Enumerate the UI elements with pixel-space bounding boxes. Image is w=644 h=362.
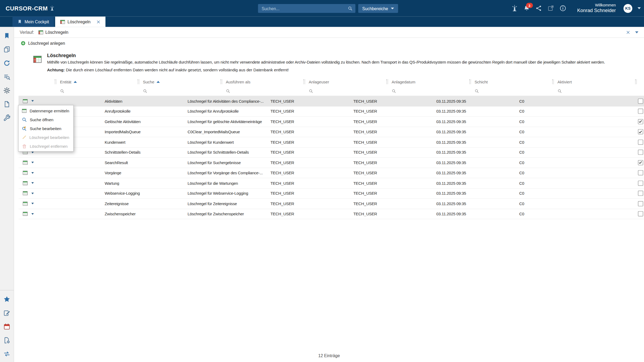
column-filter-4[interactable] (303, 89, 386, 93)
history-item-loeschregeln[interactable]: Löschregeln (38, 29, 68, 35)
activated-checkbox[interactable] (638, 129, 643, 135)
table-row[interactable]: ZwischenspeicherLöschregel für Zwischens… (19, 209, 644, 219)
table-row[interactable]: WartungLöschregel für die WartungenTECH_… (19, 178, 644, 189)
page-title: Löschregeln (47, 53, 636, 58)
search-icon[interactable] (348, 6, 353, 11)
topbar: CURSOR-CRM Suchbereiche 3 Willkommen (0, 0, 644, 17)
tab-loeschregeln[interactable]: Löschregeln (55, 17, 105, 27)
activated-checkbox[interactable] (638, 98, 643, 104)
column-filter-1[interactable] (55, 89, 138, 93)
column-header-1[interactable]: Entität (55, 79, 138, 84)
history-item-label: Löschregeln (45, 30, 68, 35)
document-gear-icon[interactable] (3, 336, 11, 344)
row-menu-caret-icon[interactable] (31, 203, 34, 204)
context-menu-item[interactable]: Datenmenge ermitteln (19, 106, 73, 115)
wrench-icon[interactable] (3, 114, 11, 122)
table-row[interactable]: VorgängeLöschregel für Vorgänge des Comp… (19, 168, 644, 178)
column-resize-handle[interactable] (138, 79, 139, 84)
tab-mein-cockpit[interactable]: Mein Cockpit (13, 17, 54, 27)
search-input[interactable] (261, 5, 348, 11)
chevron-down-icon (391, 8, 394, 9)
column-resize-handle[interactable] (386, 79, 388, 84)
row-menu-caret-icon[interactable] (31, 213, 34, 215)
note-edit-icon[interactable] (3, 309, 11, 317)
close-view-icon[interactable] (626, 30, 631, 35)
table-row[interactable]: SearchResultLöschregel für Suchergebniss… (19, 158, 644, 168)
table-row[interactable]: KundenwertLöschregel für KundenwertTECH_… (19, 137, 644, 147)
filter-search-icon (60, 89, 65, 93)
global-search-field[interactable] (258, 4, 356, 13)
activated-checkbox[interactable] (638, 201, 643, 206)
column-header-7[interactable]: Aktiviert (552, 79, 635, 84)
activated-checkbox[interactable] (638, 160, 643, 165)
context-menu-item[interactable]: Suche öffnen (19, 115, 73, 124)
external-link-icon[interactable] (547, 5, 554, 12)
table-row[interactable]: AnrufprotokolleLöschregel für Anrufproto… (19, 106, 644, 117)
gear-icon[interactable] (3, 87, 11, 95)
activated-checkbox[interactable] (638, 139, 643, 145)
table-header-row: EntitätSucheAusführen alsAnlageuserAnlag… (19, 77, 644, 86)
table-row[interactable]: Gelöschte AktivitätenLöschregel für gelö… (19, 117, 644, 127)
column-header-6[interactable]: Schicht (469, 79, 552, 84)
column-resize-handle[interactable] (221, 79, 222, 84)
column-resize-handle[interactable] (552, 79, 554, 84)
share-icon[interactable] (535, 5, 542, 12)
column-filter-7[interactable] (552, 89, 635, 93)
activated-checkbox[interactable] (638, 191, 643, 196)
create-delete-rule-button[interactable]: Löschregel anlegen (21, 40, 65, 46)
list-footer: 12 Einträge (14, 349, 644, 362)
activated-checkbox[interactable] (638, 170, 643, 176)
column-header-2[interactable]: Suche (138, 79, 221, 84)
activated-checkbox[interactable] (638, 119, 643, 124)
table-body: AktivitätenLöschregel für Aktivitäten de… (19, 96, 644, 219)
star-search-icon[interactable] (3, 295, 11, 303)
column-filter-2[interactable] (138, 89, 221, 93)
column-resize-handle[interactable] (55, 79, 56, 84)
row-menu-caret-icon[interactable] (31, 152, 34, 153)
document-icon[interactable] (3, 100, 11, 108)
filter-search-icon (392, 89, 396, 93)
table-row[interactable]: ZeitereignisseLöschregel für Zeitereigni… (19, 199, 644, 209)
search-open-icon (22, 117, 27, 122)
search-list-icon[interactable] (3, 73, 11, 81)
activated-checkbox[interactable] (638, 150, 643, 155)
tab-close-icon[interactable] (96, 20, 101, 24)
history-label: Verlauf: (20, 30, 34, 35)
view-menu-chevron-icon[interactable] (635, 31, 638, 33)
info-icon[interactable] (559, 5, 566, 12)
row-menu-caret-icon[interactable] (31, 162, 34, 163)
history-icon[interactable] (3, 59, 11, 67)
activated-checkbox[interactable] (638, 211, 643, 217)
column-resize-handle[interactable] (469, 79, 471, 84)
column-header-5[interactable]: Anlagedatum (386, 79, 469, 84)
activated-checkbox[interactable] (638, 180, 643, 186)
column-filter-3[interactable] (221, 89, 303, 93)
column-header-3[interactable]: Ausführen als (221, 79, 303, 84)
bookmark-icon[interactable] (3, 32, 11, 40)
user-menu-chevron-icon[interactable] (638, 7, 641, 9)
table-row[interactable]: ImportedMailsQueueC0Clear_ImportedMailsQ… (19, 127, 644, 137)
column-resize-handle[interactable] (303, 79, 305, 84)
avatar[interactable]: KS (624, 4, 632, 13)
table-row[interactable]: AktivitätenLöschregel für Aktivitäten de… (19, 96, 644, 106)
activated-checkbox[interactable] (638, 109, 643, 114)
column-header-4[interactable]: Anlageuser (303, 79, 386, 84)
notifications-bell-icon[interactable]: 3 (523, 5, 530, 12)
context-menu-item: Löschregel bearbeiten (19, 133, 73, 142)
delete-rules-icon (38, 29, 43, 35)
column-filter-5[interactable] (386, 89, 469, 93)
create-delete-rule-label: Löschregel anlegen (28, 41, 65, 46)
sync-icon[interactable] (3, 350, 11, 358)
calendar-icon[interactable] (3, 323, 11, 331)
row-menu-caret-icon[interactable] (31, 100, 34, 102)
row-menu-caret-icon[interactable] (31, 172, 34, 174)
column-filter-6[interactable] (469, 89, 552, 93)
row-menu-caret-icon[interactable] (31, 182, 34, 184)
table-row[interactable]: Webservice-LoggingLöschregel für Webserv… (19, 189, 644, 199)
search-areas-button[interactable]: Suchbereiche (358, 4, 398, 13)
table-row[interactable]: Schnittstellen-DetailsLöschregel für Sch… (19, 147, 644, 158)
row-menu-caret-icon[interactable] (31, 193, 34, 194)
lighthouse-icon[interactable] (511, 5, 518, 12)
copy-icon[interactable] (3, 46, 11, 54)
context-menu-item[interactable]: Suche bearbeiten (19, 124, 73, 133)
